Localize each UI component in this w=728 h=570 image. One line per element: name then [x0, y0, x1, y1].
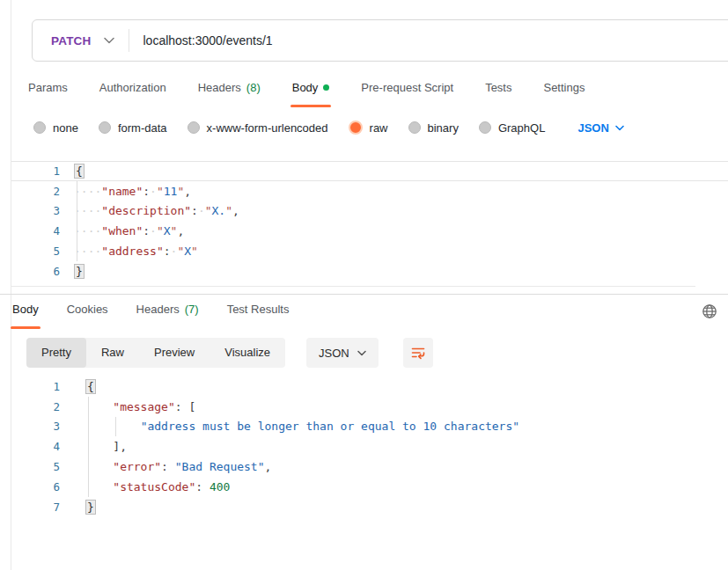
- request-body-editor[interactable]: 1{2····"name":·"11",3····"description":·…: [11, 161, 728, 286]
- tab-settings[interactable]: Settings: [543, 81, 585, 104]
- line-number: 6: [11, 265, 60, 278]
- chevron-down-icon: [615, 125, 624, 131]
- view-segmented-control: Pretty Raw Preview Visualize: [26, 338, 285, 368]
- tab-headers[interactable]: Headers(8): [198, 81, 261, 104]
- line-number: 1: [11, 164, 60, 178]
- chevron-down-icon[interactable]: [104, 37, 114, 44]
- line-number: 5: [11, 245, 60, 258]
- code-line: 2····"name":·"11",: [11, 181, 728, 201]
- view-tab-pretty[interactable]: Pretty: [26, 338, 86, 368]
- code-line: 5 "error": "Bad Request",: [11, 457, 728, 477]
- code-line: 1{: [11, 161, 728, 181]
- response-view-toolbar: Pretty Raw Preview Visualize JSON: [26, 338, 433, 368]
- line-number: 2: [11, 400, 60, 413]
- tab-prerequest-script[interactable]: Pre-request Script: [361, 81, 453, 104]
- code-line: 3····"description":·"X.",: [11, 201, 728, 222]
- tab-authorization[interactable]: Authorization: [99, 81, 166, 104]
- code-line: 6}: [11, 261, 728, 281]
- url-input[interactable]: localhost:3000/events/1: [143, 33, 273, 48]
- radio-icon: [479, 121, 491, 134]
- line-number: 7: [11, 501, 60, 514]
- chevron-down-icon: [357, 350, 366, 356]
- tab-tests[interactable]: Tests: [485, 81, 511, 104]
- radio-icon: [408, 121, 421, 134]
- code-line: 4····"when":·"X",: [11, 221, 728, 241]
- url-bar: PATCH localhost:3000/events/1: [32, 19, 728, 62]
- radio-icon: [33, 121, 46, 134]
- response-tab-body[interactable]: Body: [12, 303, 39, 325]
- response-body-viewer[interactable]: 1{2 "message": [3 "address must be longe…: [11, 376, 728, 522]
- method-selector[interactable]: PATCH: [33, 34, 104, 48]
- view-tab-visualize[interactable]: Visualize: [210, 338, 285, 368]
- line-number: 4: [11, 224, 60, 238]
- code-line: 6 "statusCode": 400: [11, 477, 728, 497]
- line-number: 3: [11, 420, 60, 433]
- response-tabs: Body Cookies Headers(7) Test Results: [12, 303, 289, 325]
- globe-icon[interactable]: [699, 301, 720, 322]
- url-divider: [129, 29, 129, 52]
- indent-guide: [77, 181, 77, 261]
- code-line: 1{: [11, 376, 728, 397]
- mode-raw[interactable]: raw: [349, 121, 388, 135]
- request-tabs: Params Authorization Headers(8) Body Pre…: [28, 81, 585, 104]
- headers-count-badge: (8): [246, 81, 261, 94]
- line-number: 5: [11, 460, 60, 473]
- line-number: 3: [11, 204, 60, 217]
- response-headers-count-badge: (7): [185, 303, 199, 316]
- code-line: 7}: [11, 497, 728, 517]
- code-line: 4 ],: [11, 436, 728, 457]
- line-number: 4: [11, 440, 60, 453]
- mode-graphql[interactable]: GraphQL: [479, 121, 545, 135]
- response-language-select[interactable]: JSON: [306, 338, 379, 368]
- radio-icon: [99, 121, 111, 134]
- radio-selected-icon: [349, 121, 363, 135]
- code-line: 5····"address":·"X": [11, 241, 728, 261]
- code-line: 2 "message": [: [11, 397, 728, 417]
- body-modified-dot: [323, 84, 329, 91]
- mode-none[interactable]: none: [33, 121, 78, 135]
- response-tab-cookies[interactable]: Cookies: [67, 303, 108, 325]
- line-number: 2: [11, 185, 60, 198]
- code-line: 3 "address must be longer than or equal …: [11, 417, 728, 437]
- raw-language-select[interactable]: JSON: [577, 121, 623, 135]
- response-tab-test-results[interactable]: Test Results: [227, 303, 290, 325]
- tab-params[interactable]: Params: [28, 81, 68, 104]
- tab-body[interactable]: Body: [292, 81, 330, 104]
- indent-guide: [115, 417, 116, 436]
- wrap-lines-icon: [410, 345, 426, 361]
- wrap-lines-button[interactable]: [403, 338, 433, 368]
- mode-binary[interactable]: binary: [408, 121, 459, 135]
- line-number: 1: [11, 380, 60, 393]
- indent-guide: [88, 397, 89, 497]
- request-editor-border: [11, 286, 695, 287]
- request-response-divider: [0, 294, 728, 295]
- postman-request-view: PATCH localhost:3000/events/1 Params Aut…: [0, 0, 728, 570]
- radio-icon: [188, 121, 200, 134]
- line-number: 6: [11, 480, 60, 493]
- view-tab-raw[interactable]: Raw: [86, 338, 139, 368]
- view-tab-preview[interactable]: Preview: [139, 338, 210, 368]
- body-mode-row: none form-data x-www-form-urlencoded raw…: [33, 121, 624, 135]
- mode-x-www-form-urlencoded[interactable]: x-www-form-urlencoded: [188, 121, 328, 135]
- mode-form-data[interactable]: form-data: [99, 121, 167, 135]
- response-tab-headers[interactable]: Headers(7): [136, 303, 199, 325]
